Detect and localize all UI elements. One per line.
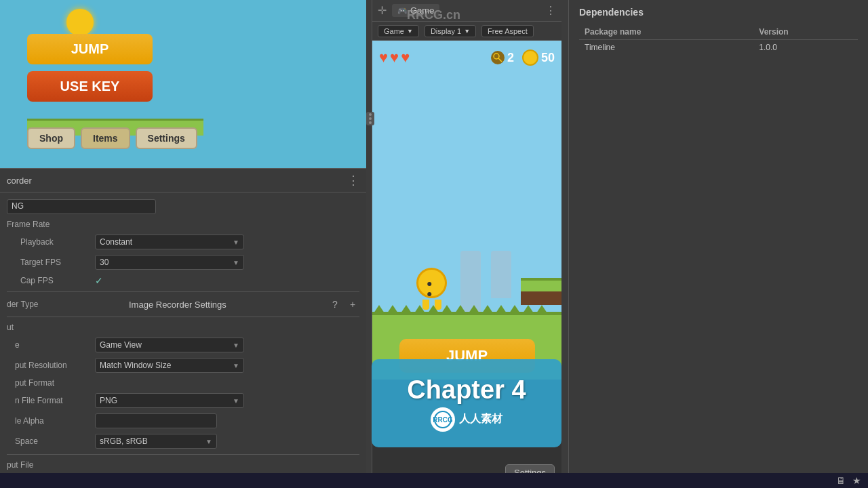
frame-rate-section: Frame Rate — [7, 220, 359, 229]
game-dropdown-arrow: ▼ — [407, 28, 413, 35]
game-tab[interactable]: 🎮 Game — [392, 4, 439, 17]
output-label-row: ut — [7, 323, 359, 332]
game-preview-panel: JUMP USE KEY Shop Items Settings — [0, 0, 366, 169]
dependencies-table: Package name Version Timeline 1.0.0 — [579, 24, 858, 55]
player-eye-right — [427, 292, 431, 296]
platform — [521, 278, 561, 291]
recorder-menu-dots[interactable]: ⋮ — [347, 173, 359, 188]
file-format-dropdown[interactable]: PNG ▼ — [95, 393, 244, 408]
add-icon-btn[interactable]: + — [346, 298, 359, 311]
source-dropdown[interactable]: Game View ▼ — [95, 338, 244, 352]
key-counter: 2 — [491, 51, 514, 65]
recorder-type-value: Image Recorder Settings — [129, 300, 226, 310]
output-label: ut — [7, 323, 95, 332]
space-arrow: ▼ — [205, 438, 212, 445]
hud: ♥ ♥ ♥ 2 50 — [379, 49, 555, 66]
alpha-input[interactable] — [95, 413, 217, 428]
recorder-title: corder — [7, 176, 32, 186]
output-file-label: put File — [7, 460, 95, 470]
playback-dropdown[interactable]: Constant ▼ — [95, 235, 244, 249]
help-icon-btn[interactable]: ? — [328, 298, 342, 311]
aspect-label: Free Aspect — [488, 27, 528, 35]
right-panel: Dependencies Package name Version Timeli… — [568, 0, 868, 488]
frame-rate-label: Frame Rate — [7, 220, 95, 229]
source-arrow: ▼ — [233, 342, 239, 349]
bottom-nav: Shop Items Settings — [27, 127, 197, 149]
resolution-row: put Resolution Match Window Size ▼ — [7, 358, 359, 373]
target-fps-dropdown[interactable]: 30 ▼ — [95, 255, 244, 270]
bg-columns — [460, 251, 511, 312]
recorder-type-row: der Type Image Recorder Settings ? + — [7, 298, 359, 311]
key-count: 2 — [507, 51, 514, 65]
table-row: Timeline 1.0.0 — [579, 40, 858, 56]
recorder-ng-row: NG — [7, 199, 359, 214]
output-file-label-row: put File — [7, 460, 359, 470]
rrcg-logo: RRCG 人人素材 — [431, 407, 502, 432]
items-nav-button[interactable]: Items — [81, 127, 130, 149]
game-tab-label: Game — [410, 5, 434, 16]
dependencies-title: Dependencies — [579, 7, 858, 18]
file-format-label: n File Format — [7, 396, 95, 405]
hearts-container: ♥ ♥ ♥ — [379, 49, 410, 66]
alpha-row: le Alpha — [7, 413, 359, 428]
spike-2 — [386, 305, 399, 315]
drag-dot-1 — [369, 113, 372, 116]
shop-nav-button[interactable]: Shop — [27, 127, 75, 149]
dep-package-version: 1.0.0 — [753, 40, 858, 56]
game-tab-icon: 🎮 — [397, 6, 408, 16]
coin-counter: 50 — [522, 49, 555, 66]
heart-2: ♥ — [390, 49, 399, 66]
game-dropdown[interactable]: Game ▼ — [378, 25, 419, 37]
recorder-header: corder ⋮ — [0, 169, 366, 192]
use-key-button[interactable]: USE KEY — [27, 71, 153, 102]
col-package-name: Package name — [579, 24, 753, 40]
playback-row: Playback Constant ▼ — [7, 235, 359, 249]
file-format-value: PNG — [100, 396, 117, 405]
source-label: e — [7, 340, 95, 350]
space-label: Space — [7, 436, 95, 446]
spike-5 — [427, 305, 440, 315]
heart-1: ♥ — [379, 49, 388, 66]
bg-column-1 — [460, 251, 481, 312]
divider-2 — [7, 317, 359, 317]
player-face — [425, 278, 439, 298]
spike-9 — [481, 305, 494, 315]
resolution-dropdown[interactable]: Match Window Size ▼ — [95, 358, 244, 373]
resolution-label: put Resolution — [7, 361, 95, 370]
ground-spikes — [372, 305, 561, 315]
recorder-type-label: der Type — [7, 300, 129, 309]
spike-11 — [508, 305, 521, 315]
game-buttons-area: JUMP USE KEY — [27, 34, 210, 102]
game-view-menu-dots[interactable]: ⋮ — [545, 4, 556, 17]
drag-dot-3 — [369, 121, 372, 124]
spike-7 — [454, 305, 467, 315]
status-icon-1: 🖥 — [836, 475, 846, 486]
settings-nav-button[interactable]: Settings — [136, 127, 197, 149]
panel-drag-handle[interactable] — [366, 112, 374, 125]
source-value: Game View — [100, 340, 142, 350]
aspect-dropdown[interactable]: Free Aspect — [481, 25, 534, 37]
display-dropdown[interactable]: Display 1 ▼ — [425, 25, 476, 37]
source-row: e Game View ▼ — [7, 338, 359, 352]
format-label-row: put Format — [7, 378, 359, 388]
target-fps-value: 30 — [100, 258, 108, 267]
jump-button[interactable]: JUMP — [27, 34, 153, 64]
spike-13 — [535, 305, 549, 315]
status-bar: 🖥 ★ — [0, 473, 868, 488]
dep-header-row: Package name Version — [579, 24, 858, 40]
status-icon-2: ★ — [852, 475, 861, 486]
target-fps-row: Target FPS 30 ▼ — [7, 255, 359, 270]
space-dropdown[interactable]: sRGB, sRGB ▼ — [95, 434, 217, 449]
display-label: Display 1 — [431, 27, 461, 35]
recorder-type-icons: ? + — [328, 298, 359, 311]
divider-1 — [7, 291, 359, 292]
space-value: sRGB, sRGB — [100, 436, 148, 446]
sun-circle — [66, 9, 94, 36]
drag-dot-2 — [369, 117, 372, 120]
chapter-overlay: Chapter 4 RRCG 人人素材 — [372, 359, 561, 447]
cap-fps-checkbox[interactable]: ✓ — [95, 275, 103, 286]
player-body — [416, 268, 447, 298]
dep-table-header: Package name Version — [579, 24, 858, 40]
spike-10 — [494, 305, 508, 315]
ng-input[interactable]: NG — [7, 199, 156, 214]
